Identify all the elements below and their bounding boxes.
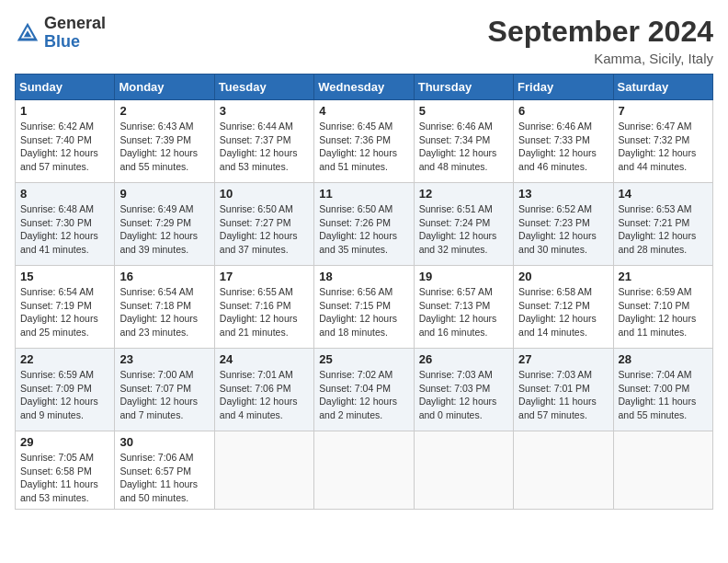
day-info: Sunrise: 6:52 AMSunset: 7:23 PMDaylight:… [518,202,608,257]
day-number: 27 [518,352,608,366]
day-info: Sunrise: 6:44 AMSunset: 7:37 PMDaylight:… [220,120,309,174]
calendar-cell [514,431,613,510]
day-number: 10 [220,187,309,201]
day-info: Sunrise: 6:45 AMSunset: 7:36 PMDaylight:… [319,120,408,174]
calendar-cell: 17Sunrise: 6:55 AMSunset: 7:16 PMDayligh… [214,266,313,349]
day-info: Sunrise: 6:46 AMSunset: 7:34 PMDaylight:… [419,120,508,174]
day-info: Sunrise: 6:51 AMSunset: 7:24 PMDaylight:… [419,202,508,257]
calendar-cell: 23Sunrise: 7:00 AMSunset: 7:07 PMDayligh… [115,349,214,431]
day-info: Sunrise: 6:47 AMSunset: 7:32 PMDaylight:… [619,120,708,174]
calendar-week-row: 29Sunrise: 7:05 AMSunset: 6:58 PMDayligh… [16,431,713,510]
logo: General Blue [15,15,106,52]
calendar-cell: 19Sunrise: 6:57 AMSunset: 7:13 PMDayligh… [414,266,513,349]
calendar-cell: 12Sunrise: 6:51 AMSunset: 7:24 PMDayligh… [414,183,513,266]
logo-icon [15,20,40,46]
day-number: 30 [119,435,209,449]
day-number: 24 [220,352,309,366]
day-info: Sunrise: 6:46 AMSunset: 7:33 PMDaylight:… [518,120,608,174]
day-number: 20 [518,270,608,283]
calendar-cell: 26Sunrise: 7:03 AMSunset: 7:03 PMDayligh… [414,349,513,431]
calendar-header-row: SundayMondayTuesdayWednesdayThursdayFrid… [16,75,713,100]
calendar-cell: 14Sunrise: 6:53 AMSunset: 7:21 PMDayligh… [613,183,712,266]
calendar-cell: 20Sunrise: 6:58 AMSunset: 7:12 PMDayligh… [514,266,613,349]
day-number: 26 [419,352,508,366]
day-info: Sunrise: 7:05 AMSunset: 6:58 PMDaylight:… [20,451,109,505]
day-number: 22 [20,352,109,366]
day-info: Sunrise: 6:42 AMSunset: 7:40 PMDaylight:… [20,120,109,174]
day-number: 13 [518,187,608,201]
day-number: 8 [20,187,109,201]
day-info: Sunrise: 6:55 AMSunset: 7:16 PMDaylight:… [220,285,309,339]
calendar-cell: 24Sunrise: 7:01 AMSunset: 7:06 PMDayligh… [214,349,313,431]
day-number: 12 [419,187,508,201]
calendar-cell: 3Sunrise: 6:44 AMSunset: 7:37 PMDaylight… [214,100,313,183]
calendar-cell: 8Sunrise: 6:48 AMSunset: 7:30 PMDaylight… [16,183,115,266]
calendar-cell: 13Sunrise: 6:52 AMSunset: 7:23 PMDayligh… [514,183,613,266]
day-number: 11 [319,187,408,201]
calendar-cell: 29Sunrise: 7:05 AMSunset: 6:58 PMDayligh… [16,431,115,510]
logo-general-text: General [44,15,106,33]
day-info: Sunrise: 6:50 AMSunset: 7:26 PMDaylight:… [319,202,408,257]
day-number: 15 [20,270,109,283]
title-block: September 2024 Kamma, Sicily, Italy [488,15,713,66]
day-info: Sunrise: 6:50 AMSunset: 7:27 PMDaylight:… [220,202,309,257]
day-number: 23 [119,352,209,366]
day-number: 7 [619,104,708,118]
calendar-cell: 18Sunrise: 6:56 AMSunset: 7:15 PMDayligh… [314,266,414,349]
calendar-cell: 6Sunrise: 6:46 AMSunset: 7:33 PMDaylight… [514,100,613,183]
calendar-cell: 9Sunrise: 6:49 AMSunset: 7:29 PMDaylight… [115,183,214,266]
calendar-cell: 15Sunrise: 6:54 AMSunset: 7:19 PMDayligh… [16,266,115,349]
column-header-sunday: Sunday [16,75,115,100]
day-info: Sunrise: 7:02 AMSunset: 7:04 PMDaylight:… [319,368,408,422]
day-info: Sunrise: 7:00 AMSunset: 7:07 PMDaylight:… [119,368,209,422]
calendar-cell: 22Sunrise: 6:59 AMSunset: 7:09 PMDayligh… [16,349,115,431]
calendar-table: SundayMondayTuesdayWednesdayThursdayFrid… [15,74,713,510]
day-number: 25 [319,352,408,366]
calendar-cell: 7Sunrise: 6:47 AMSunset: 7:32 PMDaylight… [613,100,712,183]
day-number: 5 [419,104,508,118]
day-number: 16 [119,270,209,283]
calendar-cell [214,431,313,510]
day-info: Sunrise: 6:43 AMSunset: 7:39 PMDaylight:… [119,120,209,174]
calendar-cell: 16Sunrise: 6:54 AMSunset: 7:18 PMDayligh… [115,266,214,349]
column-header-friday: Friday [514,75,613,100]
calendar-cell [613,431,712,510]
day-number: 2 [119,104,209,118]
day-number: 17 [220,270,309,283]
calendar-cell [314,431,414,510]
column-header-monday: Monday [115,75,214,100]
calendar-cell: 25Sunrise: 7:02 AMSunset: 7:04 PMDayligh… [314,349,414,431]
column-header-tuesday: Tuesday [214,75,313,100]
day-number: 3 [220,104,309,118]
location-text: Kamma, Sicily, Italy [488,51,713,66]
calendar-cell: 21Sunrise: 6:59 AMSunset: 7:10 PMDayligh… [613,266,712,349]
day-number: 4 [319,104,408,118]
page-header: General Blue September 2024 Kamma, Sicil… [15,15,713,66]
calendar-week-row: 1Sunrise: 6:42 AMSunset: 7:40 PMDaylight… [16,100,713,183]
day-info: Sunrise: 6:54 AMSunset: 7:18 PMDaylight:… [119,285,209,339]
day-number: 28 [619,352,708,366]
calendar-cell: 30Sunrise: 7:06 AMSunset: 6:57 PMDayligh… [115,431,214,510]
month-title: September 2024 [488,15,713,49]
calendar-cell: 5Sunrise: 6:46 AMSunset: 7:34 PMDaylight… [414,100,513,183]
day-info: Sunrise: 7:06 AMSunset: 6:57 PMDaylight:… [119,451,209,505]
calendar-cell: 28Sunrise: 7:04 AMSunset: 7:00 PMDayligh… [613,349,712,431]
day-info: Sunrise: 6:56 AMSunset: 7:15 PMDaylight:… [319,285,408,339]
day-number: 1 [20,104,109,118]
day-number: 14 [619,187,708,201]
day-info: Sunrise: 6:49 AMSunset: 7:29 PMDaylight:… [119,202,209,257]
day-info: Sunrise: 6:59 AMSunset: 7:10 PMDaylight:… [619,285,708,339]
day-info: Sunrise: 6:53 AMSunset: 7:21 PMDaylight:… [619,202,708,257]
day-number: 21 [619,270,708,283]
logo-blue-text: Blue [44,33,106,52]
day-info: Sunrise: 6:57 AMSunset: 7:13 PMDaylight:… [419,285,508,339]
column-header-thursday: Thursday [414,75,513,100]
day-info: Sunrise: 6:48 AMSunset: 7:30 PMDaylight:… [20,202,109,257]
day-number: 9 [119,187,209,201]
day-number: 29 [20,435,109,449]
column-header-saturday: Saturday [613,75,712,100]
calendar-cell: 1Sunrise: 6:42 AMSunset: 7:40 PMDaylight… [16,100,115,183]
calendar-cell: 2Sunrise: 6:43 AMSunset: 7:39 PMDaylight… [115,100,214,183]
calendar-cell [414,431,513,510]
day-number: 6 [518,104,608,118]
